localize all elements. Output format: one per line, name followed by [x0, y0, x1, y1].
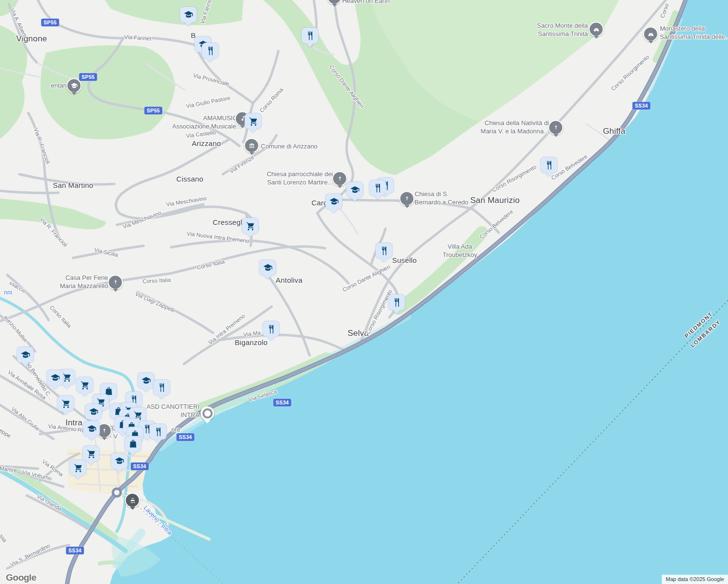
- poi-church-icon[interactable]: [332, 171, 347, 186]
- marker-restaurant[interactable]: [202, 43, 218, 58]
- marker-school[interactable]: [83, 421, 100, 437]
- poi-ferry-icon[interactable]: [125, 493, 140, 508]
- marker-restaurant[interactable]: [388, 294, 405, 310]
- marker-school[interactable]: [47, 370, 63, 385]
- location-pin-icon[interactable]: [200, 406, 214, 420]
- marker-cart[interactable]: [245, 113, 261, 129]
- poi-monastery-icon[interactable]: [643, 27, 658, 42]
- marker-school[interactable]: [259, 260, 276, 275]
- marker-school[interactable]: [17, 347, 34, 363]
- marker-school[interactable]: [326, 194, 342, 209]
- marker-cart[interactable]: [57, 396, 74, 411]
- google-logo[interactable]: Google: [6, 573, 36, 582]
- marker-school[interactable]: [346, 182, 363, 198]
- marker-restaurant[interactable]: [376, 243, 392, 258]
- marker-restaurant[interactable]: [150, 424, 166, 439]
- marker-school[interactable]: [138, 373, 154, 388]
- poi-church-icon[interactable]: [548, 120, 564, 135]
- map-canvas[interactable]: VignoneSan MartinoCissanoArizzanoCresseg…: [0, 0, 728, 584]
- marker-school[interactable]: [85, 404, 102, 420]
- marker-cart[interactable]: [242, 218, 258, 234]
- poi-monastery-icon[interactable]: [589, 22, 604, 37]
- marker-cart[interactable]: [83, 446, 99, 461]
- marker-restaurant[interactable]: [541, 157, 557, 173]
- marker-cart[interactable]: [76, 377, 93, 393]
- marker-bag[interactable]: [125, 436, 141, 452]
- markers-layer: [0, 0, 728, 584]
- marker-restaurant[interactable]: [263, 321, 279, 337]
- poi-church-icon[interactable]: [400, 191, 415, 206]
- marker-restaurant[interactable]: [153, 380, 170, 395]
- poi-church-icon[interactable]: [108, 275, 123, 290]
- marker-restaurant[interactable]: [302, 28, 318, 43]
- marker-school[interactable]: [180, 7, 197, 22]
- map-attribution: Map data ©2025 Google: [662, 575, 728, 584]
- marker-cart[interactable]: [70, 460, 86, 475]
- poi-dot-icon[interactable]: [327, 0, 342, 5]
- poi-civic-icon[interactable]: [244, 138, 259, 153]
- poi-grad-icon[interactable]: [67, 78, 82, 93]
- marker-restaurant[interactable]: [369, 180, 386, 196]
- marker-school[interactable]: [111, 453, 127, 469]
